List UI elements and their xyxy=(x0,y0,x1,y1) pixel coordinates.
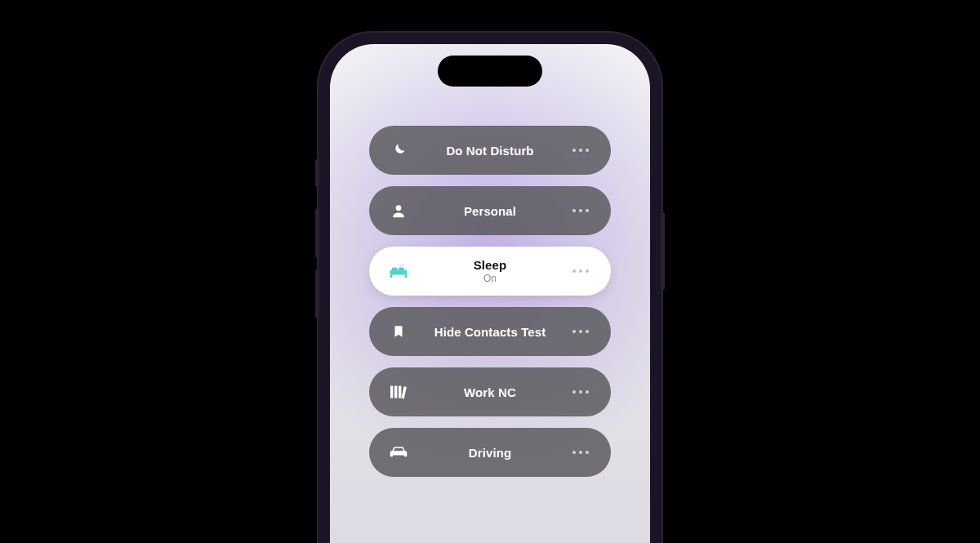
svg-point-1 xyxy=(398,265,399,266)
focus-item-sleep[interactable]: Sleep On xyxy=(369,247,611,296)
focus-item-driving[interactable]: Driving xyxy=(369,428,611,477)
bookmark-icon xyxy=(389,322,408,341)
more-icon[interactable] xyxy=(570,263,591,279)
more-icon[interactable] xyxy=(570,384,591,400)
person-icon xyxy=(389,201,408,220)
phone-screen: Do Not Disturb Personal xyxy=(330,44,650,543)
more-icon[interactable] xyxy=(570,142,591,158)
car-icon xyxy=(389,443,408,462)
svg-rect-5 xyxy=(390,275,393,278)
svg-point-14 xyxy=(403,452,405,455)
svg-point-2 xyxy=(400,265,402,267)
bed-icon xyxy=(389,261,408,281)
svg-rect-11 xyxy=(399,386,401,398)
more-icon[interactable] xyxy=(570,203,591,219)
svg-rect-4 xyxy=(390,270,408,275)
phone-frame: Do Not Disturb Personal xyxy=(318,33,662,543)
svg-point-13 xyxy=(393,452,395,455)
svg-point-0 xyxy=(396,205,402,211)
phone-power-button xyxy=(661,212,665,290)
svg-rect-10 xyxy=(394,386,397,398)
focus-item-personal[interactable]: Personal xyxy=(369,186,611,235)
svg-rect-12 xyxy=(401,386,406,398)
focus-mode-list: Do Not Disturb Personal xyxy=(330,126,650,477)
books-icon xyxy=(389,382,408,402)
svg-point-3 xyxy=(403,265,404,266)
phone-volume-up-button xyxy=(315,208,319,257)
svg-rect-8 xyxy=(399,268,404,271)
more-icon[interactable] xyxy=(570,323,591,340)
moon-icon xyxy=(389,140,408,160)
dynamic-island xyxy=(438,56,542,87)
focus-item-dnd[interactable]: Do Not Disturb xyxy=(369,126,611,175)
focus-item-work-nc[interactable]: Work NC xyxy=(369,367,611,416)
phone-volume-down-button xyxy=(315,269,319,318)
focus-item-hide-contacts[interactable]: Hide Contacts Test xyxy=(369,307,611,356)
svg-rect-9 xyxy=(390,386,393,398)
phone-side-button xyxy=(315,159,319,187)
svg-rect-7 xyxy=(392,268,398,271)
svg-rect-6 xyxy=(405,275,408,278)
more-icon[interactable] xyxy=(570,444,591,461)
